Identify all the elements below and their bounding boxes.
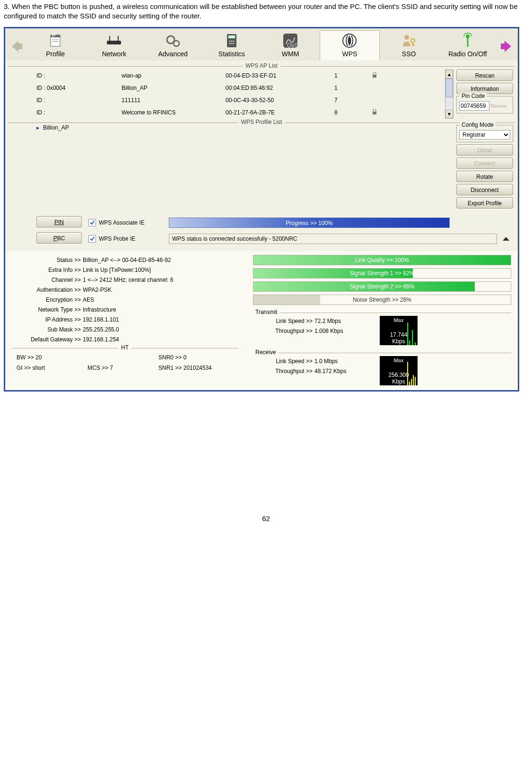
- ap-id: ID :: [36, 72, 122, 79]
- config-mode-group: Config Mode Registrar: [456, 125, 513, 142]
- tab-wmm[interactable]: QoS WMM: [261, 31, 320, 61]
- label: Status >>: [12, 257, 83, 263]
- value: Billion_AP <--> 00-04-ED-85-46-92: [83, 257, 239, 263]
- label: Sub Mask >>: [12, 326, 83, 333]
- router-icon: [86, 33, 142, 49]
- ap-row[interactable]: ID : wlan-ap 00-04-ED-33-EF-D1 1: [36, 70, 445, 82]
- label: GI >>: [17, 365, 31, 371]
- svg-point-13: [231, 41, 232, 42]
- tab-wps[interactable]: WPS: [320, 30, 379, 61]
- scroll-thumb[interactable]: [445, 78, 453, 97]
- label: Authentication >>: [12, 287, 83, 293]
- value: 20: [35, 354, 42, 361]
- tab-label: Advanced: [145, 50, 201, 58]
- svg-point-16: [231, 43, 232, 44]
- ap-channel: 1: [334, 72, 367, 79]
- ap-row[interactable]: ID : Welcome to RFINICS 00-21-27-6A-2B-7…: [36, 106, 445, 119]
- ap-channel: 1: [334, 85, 367, 91]
- user-key-icon: [381, 33, 437, 49]
- tab-advanced[interactable]: Advanced: [144, 31, 202, 61]
- ap-scrollbar[interactable]: ▴ ▾: [445, 70, 454, 119]
- page-number: 62: [0, 514, 532, 537]
- value: Link is Up [TxPower:100%]: [83, 267, 239, 273]
- wps-probe-checkbox[interactable]: WPS Probe IE: [88, 235, 169, 243]
- rescan-button[interactable]: Rescan: [456, 70, 513, 81]
- calculator-icon: [203, 33, 260, 49]
- label: Channel >>: [12, 277, 83, 283]
- profile-side-panel: Config Mode Registrar Detail Connect Rot…: [456, 123, 513, 210]
- ap-list-group: WPS AP List ID : wlan-ap 00-04-ED-33-EF-…: [8, 66, 515, 120]
- ap-mac: 00-0C-43-30-52-50: [226, 97, 334, 104]
- profile-list[interactable]: ▸ Billion_AP: [36, 123, 454, 194]
- tab-statistics[interactable]: Statistics: [202, 31, 261, 61]
- label: Default Gateway >>: [12, 336, 83, 343]
- svg-point-15: [229, 43, 230, 44]
- noise-strength-bar: Noise Strength >> 26%: [253, 295, 511, 305]
- rotate-button[interactable]: Rotate: [456, 171, 513, 182]
- value: 7: [110, 365, 113, 371]
- transmit-graph: Max 17.744Kbps: [380, 316, 418, 345]
- value: AES: [83, 296, 239, 303]
- tab-network[interactable]: Network: [85, 31, 143, 61]
- group-label: Transmit: [253, 309, 279, 315]
- ap-mac: 00-04-ED-33-EF-D1: [226, 72, 334, 79]
- tab-label: Radio On/Off: [439, 50, 496, 58]
- pin-code-group: Pin Code Renew: [456, 96, 513, 113]
- selected-arrow-icon: ▸: [36, 124, 43, 131]
- ap-row[interactable]: ID : 111111 00-0C-43-30-52-50 7: [36, 94, 445, 106]
- config-mode-select[interactable]: Registrar: [459, 130, 510, 139]
- svg-rect-11: [228, 35, 235, 38]
- label: Throughput >>: [253, 328, 314, 334]
- lower-controls: PIN WPS Associate IE Progress >> 100%: [8, 213, 515, 232]
- pbc-button[interactable]: PBC: [36, 232, 82, 244]
- collapse-up-icon[interactable]: [501, 234, 511, 244]
- tab-radio[interactable]: Radio On/Off: [438, 31, 497, 61]
- transmit-group: Transmit Link Speed >>72.2 Mbps Throughp…: [253, 313, 511, 345]
- antenna-icon: [439, 33, 496, 49]
- ap-mac: 00-21-27-6A-2B-7E: [226, 109, 334, 116]
- unit: Kbps: [392, 378, 405, 385]
- renew-link[interactable]: Renew: [490, 103, 506, 109]
- bar-text: Signal Strength 1 >> 62%: [253, 269, 511, 278]
- link-quality-bar: Link Quality >> 100%: [253, 255, 511, 265]
- tab-label: SSO: [381, 50, 437, 58]
- info-panel: Status >>Billion_AP <--> 00-04-ED-85-46-…: [5, 251, 518, 390]
- ap-id: ID :: [36, 97, 122, 104]
- disconnect-button[interactable]: Disconnect: [456, 184, 513, 195]
- group-label: WPS Profile List: [238, 119, 285, 125]
- ap-side-panel: Rescan Information Pin Code Renew: [456, 70, 513, 119]
- ap-channel: 7: [334, 97, 367, 104]
- svg-point-17: [233, 43, 234, 44]
- tab-sso[interactable]: SSO: [380, 31, 438, 61]
- svg-point-12: [229, 41, 230, 42]
- tab-profile[interactable]: P Profile: [26, 31, 85, 61]
- ap-row[interactable]: ID : 0x0004 Billion_AP 00:04:ED:85:46:92…: [36, 82, 445, 94]
- info-right: Link Quality >> 100% Signal Strength 1 >…: [253, 255, 511, 385]
- value: 201024534: [183, 365, 212, 371]
- value: short: [32, 365, 45, 371]
- signal-strength-1-bar: Signal Strength 1 >> 62%: [253, 268, 511, 279]
- pin-code-input[interactable]: [459, 101, 489, 111]
- scroll-up-icon[interactable]: ▴: [445, 70, 453, 78]
- bar-text: Signal Strength 2 >> 86%: [253, 282, 511, 291]
- nav-prev-icon[interactable]: [9, 39, 24, 54]
- ap-id: ID :: [36, 109, 122, 116]
- tab-label: WPS: [321, 50, 378, 58]
- label: Network Type >>: [12, 306, 83, 313]
- profile-name: Billion_AP: [43, 124, 69, 131]
- value: 17.744: [390, 331, 408, 338]
- wps-associate-checkbox[interactable]: WPS Associate IE: [88, 219, 169, 226]
- lock-icon: [367, 72, 382, 79]
- signal-strength-2-bar: Signal Strength 2 >> 86%: [253, 281, 511, 292]
- info-left: Status >>Billion_AP <--> 00-04-ED-85-46-…: [12, 255, 239, 385]
- label: BW >>: [17, 354, 34, 361]
- export-profile-button[interactable]: Export Profile: [456, 197, 513, 209]
- label: SNR1 >>: [158, 365, 182, 371]
- pin-button[interactable]: PIN: [36, 216, 82, 227]
- label: Extra Info >>: [12, 267, 83, 273]
- value: 48.172 Kbps: [314, 368, 376, 374]
- nav-next-icon[interactable]: [499, 39, 514, 54]
- svg-point-25: [466, 35, 470, 38]
- value: Infrastructure: [83, 306, 239, 313]
- scroll-down-icon[interactable]: ▾: [445, 110, 453, 118]
